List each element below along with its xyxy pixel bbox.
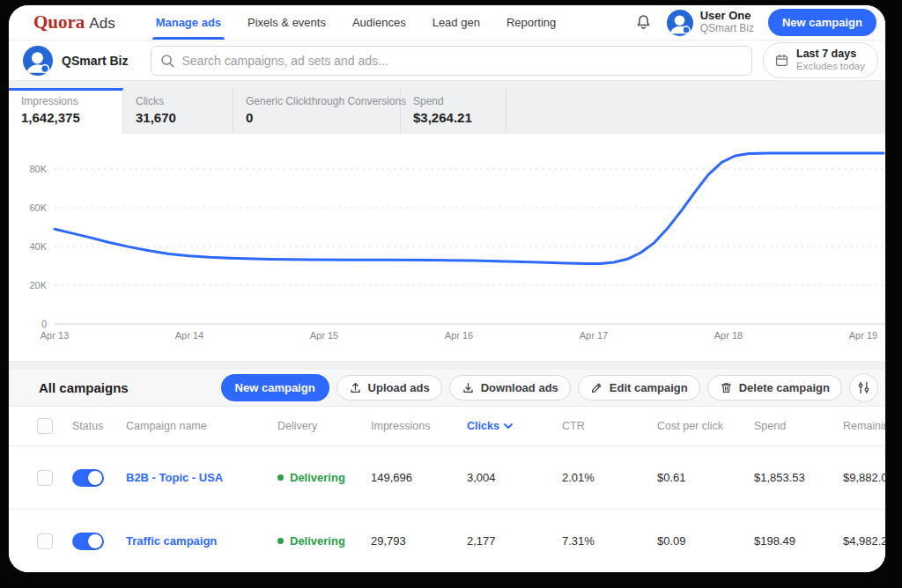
cell-ctr: 2.01% bbox=[562, 471, 657, 484]
metric-tab-impressions[interactable]: Impressions 1,642,375 bbox=[9, 88, 123, 134]
trash-icon bbox=[720, 381, 733, 394]
delivery-label: Delivering bbox=[290, 534, 345, 548]
status-toggle[interactable] bbox=[72, 533, 104, 550]
column-header-impressions[interactable]: Impressions bbox=[371, 420, 467, 432]
delivery-status: Delivering bbox=[277, 534, 371, 548]
download-ads-label: Download ads bbox=[481, 381, 558, 394]
metric-label: Clicks bbox=[136, 95, 233, 107]
impressions-chart-card: 020K40K60K80KApr 13Apr 14Apr 15Apr 16Apr… bbox=[9, 134, 885, 361]
nav-tab-lead-gen[interactable]: Lead gen bbox=[433, 5, 480, 40]
new-campaign-button-top[interactable]: New campaign bbox=[768, 9, 876, 36]
column-header-status[interactable]: Status bbox=[72, 420, 126, 432]
table-row: B2B - Topic - USA Delivering 149,696 3,0… bbox=[9, 445, 885, 509]
page-body: Impressions 1,642,375 Clicks 31,670 Gene… bbox=[9, 81, 885, 572]
nav-tabs: Manage ads Pixels & events Audiences Lea… bbox=[156, 5, 557, 40]
edit-campaign-button[interactable]: Edit campaign bbox=[578, 375, 700, 401]
account-avatar bbox=[23, 46, 53, 76]
download-ads-button[interactable]: Download ads bbox=[449, 375, 571, 401]
delivery-label: Delivering bbox=[290, 471, 345, 484]
download-icon bbox=[462, 381, 475, 394]
account-selector[interactable]: QSmart Biz bbox=[23, 46, 128, 76]
column-header-ctr[interactable]: CTR bbox=[562, 420, 657, 432]
impressions-chart: 020K40K60K80KApr 13Apr 14Apr 15Apr 16Apr… bbox=[9, 144, 885, 356]
user-name: User One bbox=[700, 10, 754, 23]
nav-tab-pixels-events[interactable]: Pixels & events bbox=[248, 5, 326, 40]
nav-tab-reporting[interactable]: Reporting bbox=[506, 5, 556, 40]
upload-ads-label: Upload ads bbox=[368, 381, 430, 394]
metric-value: 31,670 bbox=[136, 110, 233, 125]
cell-spend: $198.49 bbox=[754, 534, 843, 548]
select-all-checkbox[interactable] bbox=[37, 418, 53, 434]
column-header-spend[interactable]: Spend bbox=[754, 420, 843, 432]
cell-ctr: 7.31% bbox=[562, 534, 657, 548]
subheader: QSmart Biz Last 7 days Excludes today bbox=[9, 40, 885, 81]
campaign-name-link[interactable]: Traffic campaign bbox=[126, 534, 277, 548]
clicks-header-label: Clicks bbox=[467, 420, 499, 432]
new-campaign-button[interactable]: New campaign bbox=[221, 374, 329, 401]
top-nav: Quora Ads Manage ads Pixels & events Aud… bbox=[9, 5, 885, 40]
cell-cost-per-click: $0.61 bbox=[657, 471, 754, 484]
upload-icon bbox=[349, 381, 362, 394]
delivering-dot-icon bbox=[277, 538, 284, 544]
delete-campaign-button[interactable]: Delete campaign bbox=[707, 375, 842, 401]
calendar-icon bbox=[774, 53, 789, 68]
svg-text:Apr 17: Apr 17 bbox=[580, 330, 608, 341]
metric-label: Impressions bbox=[21, 95, 122, 107]
cell-cost-per-click: $0.09 bbox=[657, 534, 754, 548]
user-avatar bbox=[667, 10, 693, 36]
date-range-texts: Last 7 days Excludes today bbox=[796, 48, 865, 73]
user-org: QSmart Biz bbox=[700, 23, 754, 35]
svg-text:Apr 18: Apr 18 bbox=[714, 330, 743, 341]
column-header-delivery[interactable]: Delivery bbox=[277, 420, 371, 432]
column-header-campaign-name[interactable]: Campaign name bbox=[126, 420, 277, 432]
row-checkbox[interactable] bbox=[37, 470, 53, 486]
filter-columns-button[interactable] bbox=[849, 373, 878, 402]
search-input[interactable] bbox=[151, 46, 752, 76]
nav-tab-manage-ads[interactable]: Manage ads bbox=[156, 5, 221, 40]
notifications-bell-icon[interactable] bbox=[634, 13, 653, 32]
row-checkbox[interactable] bbox=[37, 533, 53, 549]
table-row: Traffic campaign Delivering 29,793 2,177… bbox=[9, 509, 885, 572]
pencil-icon bbox=[590, 381, 603, 394]
column-header-remaining[interactable]: Remaining bbox=[843, 420, 885, 432]
upload-ads-button[interactable]: Upload ads bbox=[336, 375, 442, 401]
campaign-name-link[interactable]: B2B - Topic - USA bbox=[126, 471, 277, 484]
cell-impressions: 29,793 bbox=[371, 534, 467, 548]
delivering-dot-icon bbox=[277, 474, 284, 481]
column-header-cost-per-click[interactable]: Cost per click bbox=[657, 420, 754, 432]
cell-remaining: $4,982.23 bbox=[843, 534, 885, 548]
svg-text:Apr 14: Apr 14 bbox=[175, 330, 203, 341]
delivery-status: Delivering bbox=[277, 471, 371, 484]
svg-text:40K: 40K bbox=[29, 241, 47, 252]
metric-tab-conversions[interactable]: Generic Clickthrough Conversions 0 bbox=[233, 88, 401, 134]
metric-tab-clicks[interactable]: Clicks 31,670 bbox=[123, 88, 233, 134]
status-toggle[interactable] bbox=[72, 469, 104, 487]
table-header-row: Status Campaign name Delivery Impression… bbox=[9, 407, 885, 445]
metric-tabs-filler bbox=[506, 88, 885, 134]
quora-ads-logo[interactable]: Quora Ads bbox=[33, 11, 115, 33]
app-window: Quora Ads Manage ads Pixels & events Aud… bbox=[9, 5, 885, 572]
user-menu[interactable]: User One QSmart Biz bbox=[667, 10, 754, 36]
ads-logo-suffix: Ads bbox=[89, 15, 115, 33]
toggle-knob bbox=[88, 534, 102, 548]
column-header-clicks[interactable]: Clicks bbox=[467, 420, 562, 432]
nav-tab-audiences[interactable]: Audiences bbox=[352, 5, 406, 40]
metric-value: $3,264.21 bbox=[413, 110, 506, 125]
delete-campaign-label: Delete campaign bbox=[739, 381, 830, 394]
svg-text:Apr 16: Apr 16 bbox=[445, 330, 473, 341]
svg-text:Apr 15: Apr 15 bbox=[310, 330, 338, 341]
search-icon bbox=[159, 53, 175, 69]
date-range-button[interactable]: Last 7 days Excludes today bbox=[763, 42, 878, 78]
svg-text:0: 0 bbox=[41, 319, 47, 329]
svg-text:20K: 20K bbox=[29, 280, 47, 290]
svg-text:Apr 19: Apr 19 bbox=[849, 330, 877, 341]
metric-value: 0 bbox=[246, 110, 400, 125]
account-name: QSmart Biz bbox=[62, 54, 128, 68]
cell-remaining: $9,882.08 bbox=[843, 471, 885, 484]
campaigns-table: Status Campaign name Delivery Impression… bbox=[9, 407, 885, 572]
date-range-label: Last 7 days bbox=[796, 48, 865, 61]
cell-clicks: 3,004 bbox=[467, 471, 562, 484]
svg-text:60K: 60K bbox=[29, 202, 47, 213]
metric-tab-spend[interactable]: Spend $3,264.21 bbox=[401, 88, 506, 134]
date-range-note: Excludes today bbox=[796, 61, 865, 73]
